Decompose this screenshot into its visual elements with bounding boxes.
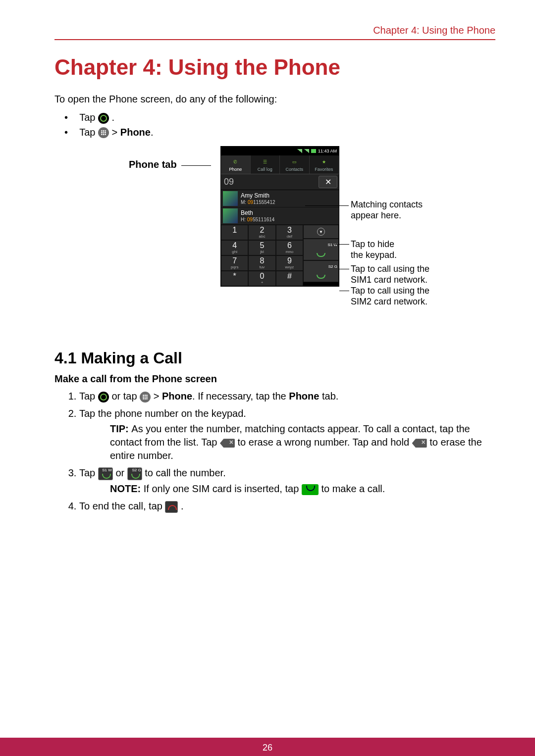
end-call-icon (165, 501, 178, 513)
keypad-area: 1 2abc 3def 4ghi 5jkl 6mno 7pqrs 8tuv 9w… (221, 225, 339, 286)
key-star[interactable]: * (221, 271, 248, 286)
key-2[interactable]: 2abc (248, 225, 275, 240)
key-8[interactable]: 8tuv (248, 255, 275, 271)
call-sim2-button[interactable]: S2 G (303, 260, 339, 282)
key-4[interactable]: 4ghi (221, 240, 248, 255)
step-4: To end the call, tap . (79, 500, 495, 513)
contact-row-2[interactable]: Beth H: 0955111614 (221, 207, 339, 225)
key-6[interactable]: 6mno (276, 240, 303, 255)
apps-icon (140, 392, 151, 403)
sim1-call-icon: S1 W (98, 467, 113, 480)
subtitle-make-call: Make a call from the Phone screen (54, 373, 495, 385)
key-3[interactable]: 3def (276, 225, 303, 240)
phone-icon (98, 392, 109, 403)
call-sim1-button[interactable]: S1 W (303, 239, 339, 260)
apps-icon (98, 127, 109, 138)
key-5[interactable]: 5jkl (248, 240, 275, 255)
intro-text: To open the Phone screen, do any of the … (54, 94, 495, 105)
tab-call-log[interactable]: ☰ Call log (251, 155, 280, 174)
avatar-icon (223, 208, 238, 223)
phone-tab-icon: ✆ (221, 157, 250, 166)
key-9[interactable]: 9wxyz (276, 255, 303, 271)
callout-matching: Matching contactsappear here. (351, 200, 423, 221)
chapter-title: Chapter 4: Using the Phone (54, 55, 495, 80)
erase-icon (220, 439, 235, 448)
calllog-icon: ☰ (251, 157, 280, 166)
open-phone-bullets: Tap . Tap > Phone. (64, 112, 495, 138)
avatar-icon (223, 191, 238, 206)
step-1: Tap or tap > Phone. If necessary, tap th… (79, 390, 495, 403)
call-icon (317, 253, 325, 257)
phone-tab-label: Phone tab (129, 159, 211, 170)
sim2-call-icon: S2 G (127, 467, 142, 480)
battery-icon (311, 149, 316, 153)
contact1-number: M: 0911555412 (241, 200, 275, 205)
phone-icon (98, 113, 109, 124)
steps-list: Tap or tap > Phone. If necessary, tap th… (79, 390, 495, 513)
callout-hide: Tap to hidethe keypad. (351, 239, 397, 260)
bullet-tap-phone-icon: Tap . (64, 112, 495, 124)
chevron-down-icon: ▼ (317, 228, 325, 236)
page-footer: 26 (0, 738, 535, 756)
contact-row-1[interactable]: Amy Smith M: 0911555412 (221, 190, 339, 207)
page-number: 26 (263, 743, 272, 753)
callout-sim2: Tap to call using theSIM2 card network. (351, 286, 429, 307)
bullet-tap-apps-phone: Tap > Phone. (64, 127, 495, 139)
device-illustration-area: Phone tab 11:43 AM ✆ Phone ☰ Call log (54, 146, 495, 334)
clear-button[interactable]: ✕ (319, 176, 337, 188)
header-text: Chapter 4: Using the Phone (373, 25, 495, 36)
number-field-row: 09 ✕ (221, 174, 339, 190)
contact2-number: H: 0955111614 (241, 217, 274, 223)
callout-sim1: Tap to call using theSIM1 card network. (351, 264, 429, 285)
key-0[interactable]: 0+ (248, 271, 275, 286)
key-7[interactable]: 7pqrs (221, 255, 248, 271)
contact1-name: Amy Smith (241, 192, 275, 199)
tab-favorites[interactable]: ★ Favorites (310, 155, 339, 174)
section-making-a-call: 4.1 Making a Call (54, 349, 495, 367)
step-2: Tap the phone number on the keypad. TIP:… (79, 407, 495, 462)
contact2-name: Beth (241, 209, 274, 216)
call-icon (317, 275, 325, 279)
contacts-icon: ▭ (280, 157, 309, 166)
page-header: Chapter 4: Using the Phone (54, 25, 495, 40)
step-3: Tap S1 W or S2 G to call the number. NOT… (79, 466, 495, 496)
generic-call-icon (302, 484, 319, 495)
tip-block: TIP: As you enter the number, matching c… (110, 422, 495, 462)
phone-tabs: ✆ Phone ☰ Call log ▭ Contacts ★ Favorite… (221, 155, 339, 174)
tab-contacts[interactable]: ▭ Contacts (280, 155, 310, 174)
note-block: NOTE: If only one SIM card is inserted, … (110, 482, 495, 496)
entered-number[interactable]: 09 (221, 175, 317, 189)
key-1[interactable]: 1 (221, 225, 248, 240)
hide-keypad-button[interactable]: ▼ (303, 225, 339, 239)
phone-device: 11:43 AM ✆ Phone ☰ Call log ▭ Contacts ★… (220, 146, 339, 287)
signal-icon-2 (304, 149, 309, 153)
key-hash[interactable]: # (276, 271, 303, 286)
signal-icon (297, 149, 302, 153)
erase-icon (412, 439, 427, 448)
tab-phone[interactable]: ✆ Phone (221, 155, 251, 174)
status-time: 11:43 AM (318, 149, 337, 153)
phone-label-bold: Phone (120, 127, 151, 138)
favorites-icon: ★ (310, 157, 339, 166)
status-bar: 11:43 AM (221, 147, 339, 155)
